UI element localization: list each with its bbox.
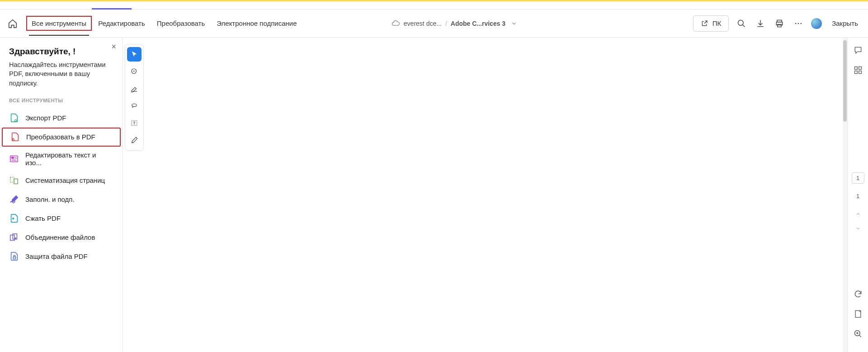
greeting-description: Наслаждайтесь инструментами PDF, включен… <box>0 60 123 98</box>
rotate-icon[interactable] <box>852 288 864 300</box>
quick-tool-rail <box>123 38 146 352</box>
share-pk-button[interactable]: ПК <box>693 15 729 32</box>
page-down-icon[interactable] <box>855 226 861 231</box>
svg-point-6 <box>801 23 802 24</box>
tool-organize-pages[interactable]: Систематизация страниц <box>0 171 123 190</box>
tool-compress-pdf[interactable]: Сжать PDF <box>0 209 123 228</box>
svg-rect-11 <box>10 177 14 182</box>
svg-rect-20 <box>859 67 861 70</box>
convert-pdf-icon <box>10 132 20 142</box>
selection-tool-icon[interactable] <box>127 47 142 62</box>
comment-panel-icon[interactable] <box>852 44 864 57</box>
close-button[interactable]: Закрыть <box>828 19 862 27</box>
home-icon[interactable] <box>6 17 19 30</box>
user-avatar[interactable] <box>811 18 822 29</box>
pk-label: ПК <box>712 19 722 27</box>
greeting-title: Здравствуйте, ! <box>0 47 123 60</box>
thumbnails-icon[interactable] <box>852 64 864 76</box>
doc-user[interactable]: everest dce... <box>404 20 442 27</box>
scrollbar-vertical[interactable] <box>843 38 847 352</box>
signature-tool-icon[interactable] <box>127 133 142 147</box>
tool-label: Защита файла PDF <box>25 252 88 260</box>
svg-rect-19 <box>854 67 857 70</box>
svg-rect-21 <box>854 71 857 74</box>
page-display-icon[interactable] <box>852 308 864 320</box>
right-rail: 1 1 <box>847 38 868 352</box>
tool-label: Сжать PDF <box>25 214 61 222</box>
active-tab-indicator <box>92 8 132 10</box>
tool-combine-files[interactable]: Объединение файлов <box>0 228 123 247</box>
print-icon[interactable] <box>773 17 786 30</box>
svg-rect-15 <box>13 257 16 259</box>
cloud-icon <box>391 19 400 28</box>
text-box-tool-icon[interactable] <box>127 116 142 130</box>
organize-pages-icon <box>9 176 19 186</box>
main-layout: × Здравствуйте, ! Наслаждайтесь инструме… <box>0 38 868 352</box>
main-toolbar: Все инструменты Редактировать Преобразов… <box>0 10 868 38</box>
tool-edit-text-images[interactable]: Редактировать текст и изо... <box>0 147 123 171</box>
zoom-in-icon[interactable] <box>852 328 864 340</box>
close-panel-icon[interactable]: × <box>111 42 116 52</box>
page-current-input[interactable]: 1 <box>852 172 864 184</box>
combine-icon <box>9 233 19 243</box>
search-icon[interactable] <box>735 17 748 30</box>
toolbar-right: ПК Закрыть <box>693 15 862 32</box>
section-label: ВСЕ ИНСТРУМЕНТЫ <box>0 98 123 109</box>
menu-edit[interactable]: Редактировать <box>93 16 151 31</box>
svg-point-0 <box>738 20 744 25</box>
tool-protect-pdf[interactable]: Защита файла PDF <box>0 247 123 266</box>
edit-icon <box>9 154 19 164</box>
draw-tool-icon[interactable] <box>127 81 142 96</box>
svg-rect-3 <box>778 24 781 27</box>
page-up-icon[interactable] <box>855 211 861 217</box>
svg-rect-10 <box>12 157 14 158</box>
tool-label: Объединение файлов <box>25 233 95 241</box>
tool-label: Редактировать текст и изо... <box>25 151 113 166</box>
document-viewport <box>146 38 847 352</box>
tool-label: Преобразовать в PDF <box>26 133 95 141</box>
tool-label: Экспорт PDF <box>25 114 66 122</box>
svg-rect-9 <box>10 156 18 162</box>
svg-point-4 <box>795 23 797 24</box>
tools-sidebar: × Здравствуйте, ! Наслаждайтесь инструме… <box>0 38 123 352</box>
download-icon[interactable] <box>754 17 767 30</box>
compress-icon <box>9 214 19 224</box>
fill-sign-icon <box>9 195 19 205</box>
document-info: everest dce... / Adobe C...rvices 3 <box>391 19 517 28</box>
svg-rect-13 <box>10 235 14 240</box>
svg-rect-22 <box>859 71 861 74</box>
tool-fill-sign[interactable]: Заполн. и подп. <box>0 190 123 209</box>
chevron-down-icon[interactable] <box>511 20 517 27</box>
page-canvas[interactable] <box>146 38 843 352</box>
page-total: 1 <box>856 193 859 200</box>
menu-all-tools[interactable]: Все инструменты <box>26 16 92 31</box>
tool-label: Заполн. и подп. <box>25 195 75 203</box>
hand-tool-icon[interactable] <box>127 64 142 79</box>
menu-esign[interactable]: Электронное подписание <box>211 16 302 31</box>
protect-icon <box>9 252 19 262</box>
menu-convert[interactable]: Преобразовать <box>151 16 210 31</box>
menu-bar: Все инструменты Редактировать Преобразов… <box>26 16 302 31</box>
tool-export-pdf[interactable]: Экспорт PDF <box>0 109 123 128</box>
window-tab-strip <box>0 1 868 10</box>
breadcrumb-separator: / <box>445 20 447 27</box>
scrollbar-thumb[interactable] <box>843 40 847 122</box>
svg-point-17 <box>132 104 137 107</box>
tool-convert-to-pdf[interactable]: Преобразовать в PDF <box>2 128 121 147</box>
svg-point-5 <box>798 23 799 24</box>
tool-label: Систематизация страниц <box>25 176 105 184</box>
doc-title[interactable]: Adobe C...rvices 3 <box>451 20 505 27</box>
export-pdf-icon <box>9 113 19 123</box>
more-icon[interactable] <box>792 17 805 30</box>
svg-rect-12 <box>14 179 18 184</box>
lasso-tool-icon[interactable] <box>127 99 142 113</box>
